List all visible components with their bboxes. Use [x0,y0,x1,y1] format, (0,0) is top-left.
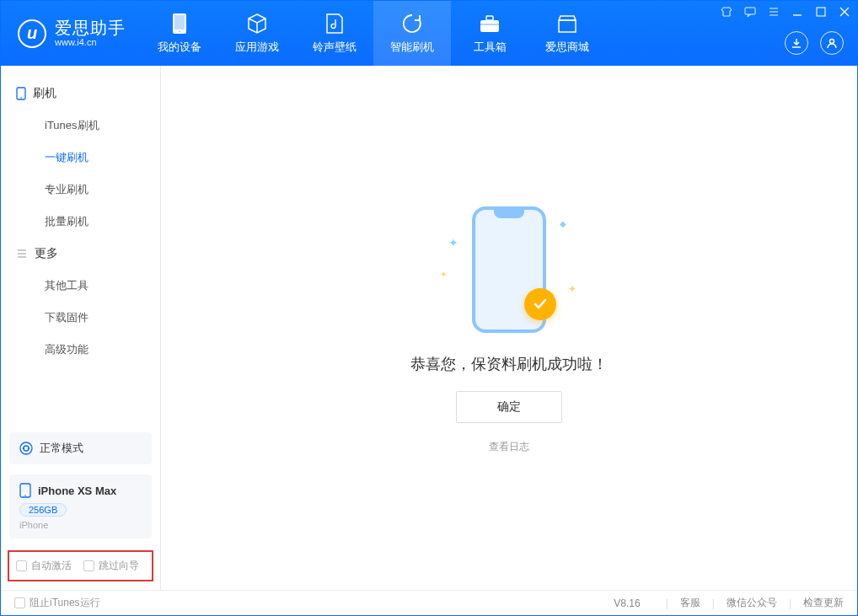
sidebar-item-download-firmware[interactable]: 下载固件 [1,302,160,334]
svg-point-13 [28,447,29,449]
nav-tabs: 我的设备 应用游戏 铃声壁纸 智能刷机 工具箱 爱思商城 [141,1,606,66]
tab-label: 智能刷机 [390,40,434,55]
svg-rect-5 [480,24,499,25]
app-name-en: www.i4.cn [55,37,126,47]
sidebar-device-info[interactable]: iPhone XS Max 256GB iPhone [9,474,152,538]
user-icon[interactable] [820,31,844,55]
checkbox-icon [83,560,94,571]
feedback-icon[interactable] [743,4,758,19]
sidebar-item-advanced[interactable]: 高级功能 [1,334,160,366]
check-block-itunes[interactable]: 阻止iTunes运行 [14,596,100,610]
maximize-icon[interactable] [813,4,829,19]
svg-rect-4 [486,16,493,20]
svg-point-8 [830,40,834,44]
check-skip-setup[interactable]: 跳过向导 [83,559,139,573]
sidebar-group-title: 更多 [35,246,58,261]
device-name: iPhone XS Max [38,485,116,497]
footer-link-update[interactable]: 检查更新 [803,596,844,610]
check-label: 跳过向导 [99,559,139,573]
body: 刷机 iTunes刷机 一键刷机 专业刷机 批量刷机 更多 其他工具 下载固件 … [1,66,857,590]
tab-label: 爱思商城 [545,40,589,55]
sidebar-item-batch-flash[interactable]: 批量刷机 [1,206,160,238]
sparkle-icon: ✦ [448,236,458,249]
device-capacity: 256GB [19,503,67,517]
sidebar: 刷机 iTunes刷机 一键刷机 专业刷机 批量刷机 更多 其他工具 下载固件 … [1,66,161,590]
svg-rect-3 [480,20,499,32]
sidebar-item-pro-flash[interactable]: 专业刷机 [1,174,160,206]
tab-label: 工具箱 [474,40,507,55]
tab-smart-flash[interactable]: 智能刷机 [373,1,451,66]
sparkle-icon: ◆ [560,219,566,228]
refresh-shield-icon [401,13,423,35]
cube-icon [246,13,268,35]
checkbox-icon [16,560,27,571]
view-log-link[interactable]: 查看日志 [489,440,529,454]
svg-point-2 [179,30,180,32]
close-icon[interactable] [837,4,852,19]
version-label: V8.16 [614,597,640,609]
shirt-icon[interactable] [719,4,734,19]
mode-label: 正常模式 [40,441,83,456]
sidebar-group-title: 刷机 [33,86,56,101]
tab-label: 应用游戏 [235,40,279,55]
svg-point-10 [20,97,22,99]
logo-text: 爱思助手 www.i4.cn [55,19,126,47]
footer-left: 阻止iTunes运行 [14,596,100,610]
tab-ringtones-wallpapers[interactable]: 铃声壁纸 [296,1,373,66]
check-label: 阻止iTunes运行 [29,596,100,610]
tab-label: 我的设备 [158,40,201,55]
logo-icon: u [18,19,46,48]
tab-my-device[interactable]: 我的设备 [141,1,218,66]
sparkle-icon: ✦ [440,270,447,279]
checkbox-icon [14,597,25,608]
check-label: 自动激活 [31,559,72,573]
sync-icon [19,442,33,455]
svg-rect-1 [174,15,185,29]
sidebar-checks-highlighted: 自动激活 跳过向导 [8,550,153,581]
tab-store[interactable]: 爱思商城 [528,1,606,66]
menu-icon[interactable] [766,4,781,19]
store-icon [556,13,578,35]
toolbox-icon [479,13,501,35]
svg-point-12 [23,447,24,449]
tab-apps-games[interactable]: 应用游戏 [218,1,296,66]
device-icon [169,13,190,35]
success-message: 恭喜您，保资料刷机成功啦！ [410,354,608,374]
svg-point-11 [20,442,32,454]
svg-rect-7 [817,8,825,16]
app-window: u 爱思助手 www.i4.cn 我的设备 应用游戏 铃声壁纸 智能刷机 [0,0,858,616]
sidebar-item-itunes-flash[interactable]: iTunes刷机 [1,110,160,142]
tab-toolbox[interactable]: 工具箱 [451,1,528,66]
device-small-icon [19,483,31,498]
footer-link-wechat[interactable]: 微信公众号 [727,596,777,610]
titlebar: u 爱思助手 www.i4.cn 我的设备 应用游戏 铃声壁纸 智能刷机 [1,1,857,66]
logo-area: u 爱思助手 www.i4.cn [1,1,141,66]
main-content: ✦ ✦ ◆ ✦ 恭喜您，保资料刷机成功啦！ 确定 查看日志 [161,66,857,590]
svg-point-15 [24,495,26,496]
sidebar-spacer [1,366,160,427]
device-type: iPhone [19,520,142,530]
sidebar-item-oneclick-flash[interactable]: 一键刷机 [1,142,160,174]
tab-label: 铃声壁纸 [313,40,357,55]
svg-rect-6 [745,8,755,14]
footer-link-service[interactable]: 客服 [680,596,700,610]
sidebar-item-other-tools[interactable]: 其他工具 [1,270,160,302]
download-icon[interactable] [785,31,808,55]
footer: 阻止iTunes运行 V8.16 | 客服 | 微信公众号 | 检查更新 [1,590,857,615]
success-illustration: ✦ ✦ ◆ ✦ [433,202,585,337]
titlebar-right-icons [785,31,844,55]
sparkle-icon: ✦ [568,283,576,295]
minimize-icon[interactable] [790,4,805,19]
check-auto-activate[interactable]: 自动激活 [16,559,72,573]
success-check-icon [524,288,556,320]
music-file-icon [324,13,346,35]
sidebar-group-more: 更多 [1,238,160,270]
phone-small-icon [16,87,26,100]
ok-button[interactable]: 确定 [456,391,562,423]
app-name-cn: 爱思助手 [55,19,126,37]
sidebar-mode-block[interactable]: 正常模式 [9,432,152,464]
list-icon [16,248,28,260]
window-controls [719,4,852,19]
sidebar-group-flash: 刷机 [1,78,160,110]
